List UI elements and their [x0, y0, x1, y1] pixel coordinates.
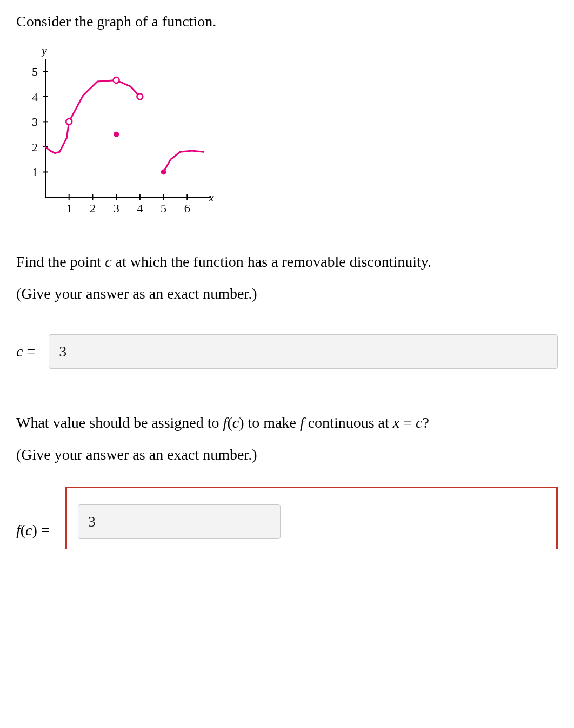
- chart-svg: 12345612345xy: [16, 43, 222, 226]
- svg-point-29: [114, 132, 119, 137]
- svg-point-28: [137, 94, 143, 100]
- svg-text:1: 1: [32, 166, 38, 179]
- answer-2-label: f(c) =: [16, 522, 50, 539]
- function-graph: 12345612345xy: [16, 43, 558, 232]
- svg-text:4: 4: [32, 90, 38, 104]
- svg-text:3: 3: [114, 201, 119, 215]
- svg-text:6: 6: [184, 201, 190, 215]
- answer-2-row: f(c) =: [16, 487, 558, 549]
- svg-point-26: [66, 119, 72, 125]
- answer-1-input[interactable]: [49, 334, 558, 369]
- svg-text:5: 5: [161, 201, 166, 215]
- svg-point-27: [114, 77, 119, 83]
- svg-text:5: 5: [32, 65, 38, 78]
- question-1: Find the point c at which the function h…: [16, 251, 558, 272]
- question-2-sub: (Give your answer as an exact number.): [16, 444, 558, 465]
- answer-1-label: c =: [16, 343, 35, 360]
- svg-text:x: x: [208, 191, 214, 204]
- svg-text:y: y: [41, 44, 47, 57]
- svg-text:2: 2: [32, 140, 38, 154]
- question-2: What value should be assigned to f(c) to…: [16, 412, 558, 433]
- answer-1-row: c =: [16, 334, 558, 369]
- incorrect-indicator: [65, 487, 558, 549]
- svg-text:3: 3: [32, 116, 38, 129]
- svg-point-30: [161, 170, 166, 175]
- intro-text: Consider the graph of a function.: [16, 11, 558, 32]
- answer-2-input[interactable]: [78, 504, 281, 539]
- svg-text:1: 1: [66, 201, 72, 215]
- svg-text:4: 4: [137, 201, 143, 215]
- svg-text:2: 2: [90, 201, 96, 215]
- question-1-sub: (Give your answer as an exact number.): [16, 283, 558, 304]
